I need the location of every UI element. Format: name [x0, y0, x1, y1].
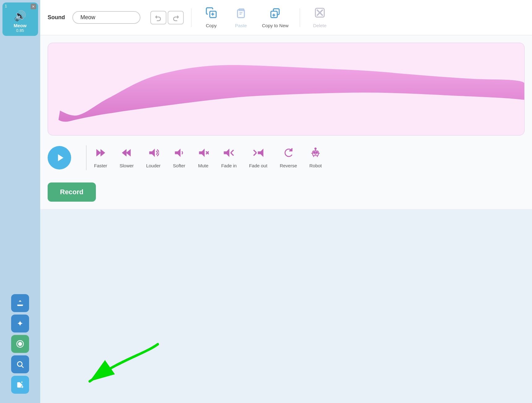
svg-marker-22 [175, 149, 181, 157]
record-button[interactable]: Record [48, 182, 96, 202]
svg-point-0 [18, 342, 22, 346]
robot-icon [310, 147, 321, 161]
upload-button[interactable] [11, 294, 29, 312]
fade-in-icon [223, 147, 234, 161]
copy-label: Copy [206, 23, 217, 28]
effect-softer[interactable]: Softer [173, 147, 185, 168]
playback-area: Faster Slower Louder [40, 135, 532, 175]
paste-label: Paste [235, 23, 247, 28]
effect-robot[interactable]: Robot [309, 147, 322, 168]
green-arrow-annotation [59, 335, 164, 397]
copy-button[interactable]: Copy [199, 5, 224, 30]
sound-item-duration: 0.85 [16, 28, 24, 33]
divider-2 [300, 8, 300, 27]
svg-point-33 [315, 148, 316, 149]
sound-item-name: Meow [14, 23, 27, 28]
svg-marker-26 [224, 149, 230, 157]
effect-reverse[interactable]: Reverse [280, 147, 297, 168]
delete-button[interactable]: Delete [307, 5, 332, 30]
delete-label: Delete [313, 23, 326, 28]
svg-line-3 [22, 366, 24, 368]
redo-button[interactable] [168, 11, 184, 24]
softer-icon [174, 147, 185, 161]
sound-item-close[interactable]: ✕ [31, 4, 36, 9]
fade-out-label: Fade out [249, 163, 267, 168]
sound-item-number: 1 [5, 4, 7, 8]
svg-marker-16 [58, 154, 63, 161]
svg-point-2 [17, 362, 22, 366]
fade-in-label: Fade in [221, 163, 237, 168]
robot-label: Robot [309, 163, 322, 168]
effect-louder[interactable]: Louder [146, 147, 161, 168]
play-button[interactable] [48, 146, 71, 169]
record-area: Record [40, 175, 532, 209]
effect-faster[interactable]: Faster [94, 147, 107, 168]
waveform-container[interactable] [48, 43, 525, 135]
playback-divider [86, 145, 87, 170]
effect-fade-out[interactable]: Fade out [249, 147, 267, 168]
svg-marker-17 [97, 149, 101, 156]
left-sidebar: 1 ✕ 🔊 Meow 0.85 ✦ [0, 0, 40, 403]
svg-marker-27 [258, 149, 263, 157]
svg-marker-20 [122, 149, 127, 156]
faster-label: Faster [94, 163, 107, 168]
copy-to-new-button[interactable]: Copy to New [258, 5, 292, 30]
copy-icon [205, 7, 217, 21]
svg-marker-19 [126, 149, 131, 156]
paste-button[interactable]: Paste [229, 5, 253, 30]
svg-rect-30 [316, 152, 318, 153]
louder-label: Louder [146, 163, 161, 168]
svg-marker-18 [101, 149, 105, 156]
slower-icon [121, 147, 132, 161]
svg-rect-29 [314, 152, 315, 153]
record-sidebar-button[interactable] [11, 335, 29, 353]
svg-marker-21 [149, 149, 155, 157]
paste-icon [235, 7, 247, 21]
faster-icon [95, 147, 106, 161]
undo-button[interactable] [150, 11, 166, 24]
top-toolbar: Sound [40, 0, 532, 35]
softer-label: Softer [173, 163, 185, 168]
sound-item-meow[interactable]: 1 ✕ 🔊 Meow 0.85 [2, 2, 38, 36]
delete-icon [314, 7, 326, 21]
mute-label: Mute [198, 163, 208, 168]
main-wrapper: Sound [40, 0, 532, 403]
sound-name-input[interactable] [72, 11, 140, 24]
effect-mute[interactable]: Mute [198, 147, 209, 168]
effect-fade-in[interactable]: Fade in [221, 147, 237, 168]
copy-to-new-label: Copy to New [262, 23, 289, 28]
sound-label: Sound [48, 14, 65, 21]
mute-icon [198, 147, 209, 161]
reverse-label: Reverse [280, 163, 297, 168]
slower-label: Slower [120, 163, 134, 168]
bottom-toolbar: ✦ [0, 294, 40, 394]
louder-icon [148, 147, 159, 161]
waveform-display [48, 43, 524, 135]
divider-1 [191, 8, 191, 27]
effects-button[interactable]: ✦ [11, 315, 29, 332]
effect-slower[interactable]: Slower [120, 147, 134, 168]
main-content: Sound [40, 0, 532, 209]
search-button[interactable] [11, 355, 29, 373]
fade-out-icon [253, 147, 264, 161]
undo-redo-group [150, 11, 184, 24]
svg-marker-23 [199, 149, 205, 157]
sound-plus-button[interactable] [11, 376, 29, 394]
reverse-icon [283, 147, 294, 161]
sound-item-icon: 🔊 [14, 10, 26, 22]
effects-row: Faster Slower Louder [94, 147, 322, 168]
copy-to-new-icon [269, 7, 281, 21]
